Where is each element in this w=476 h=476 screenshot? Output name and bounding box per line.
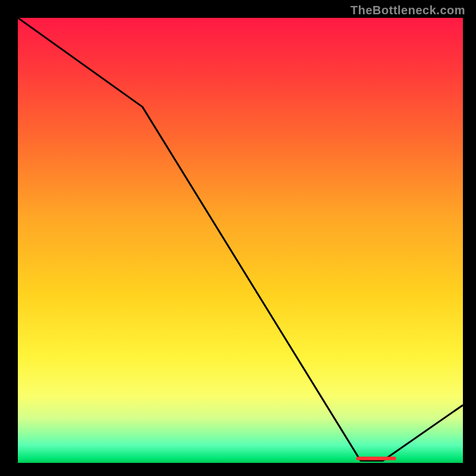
- chart-line: [18, 18, 463, 461]
- chart-container: TheBottleneck.com: [0, 0, 476, 476]
- line-layer: [18, 18, 463, 463]
- watermark-text: TheBottleneck.com: [350, 4, 465, 17]
- plot-area: [18, 18, 463, 463]
- optimum-marker: [356, 457, 396, 461]
- svg-rect-0: [356, 457, 396, 461]
